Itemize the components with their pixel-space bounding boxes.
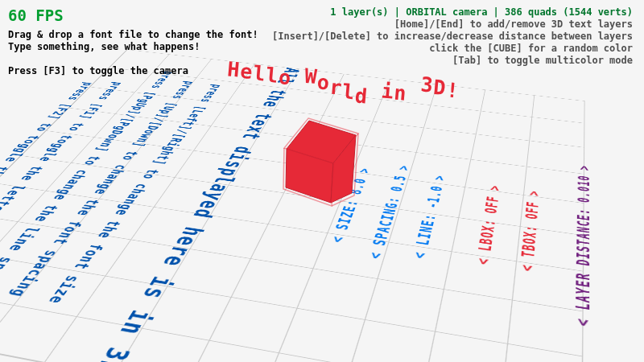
stats-line: 1 layer(s) | ORBITAL camera | 386 quads … bbox=[272, 6, 633, 19]
help-right-line-4: [Tab] to toggle multicolor mode bbox=[272, 55, 633, 67]
help-left-line-1: Drag & drop a font file to change the fo… bbox=[8, 29, 258, 41]
help-left-line-3: Press [F3] to toggle the camera bbox=[8, 65, 258, 77]
help-right-line-3: click the [CUBE] for a random color bbox=[272, 43, 633, 55]
help-right-line-2: [Insert]/[Delete] to increase/decrease d… bbox=[272, 31, 633, 43]
fps-counter: 60 FPS bbox=[8, 6, 64, 24]
help-right: 1 layer(s) | ORBITAL camera | 386 quads … bbox=[272, 6, 633, 67]
help-left: Drag & drop a font file to change the fo… bbox=[8, 29, 258, 77]
help-left-line-2: Type something, see what happens! bbox=[8, 41, 258, 53]
raylib-window: All the text displayed here is in 3D pre… bbox=[0, 0, 644, 362]
help-right-line-1: [Home]/[End] to add/remove 3D text layer… bbox=[272, 19, 633, 31]
